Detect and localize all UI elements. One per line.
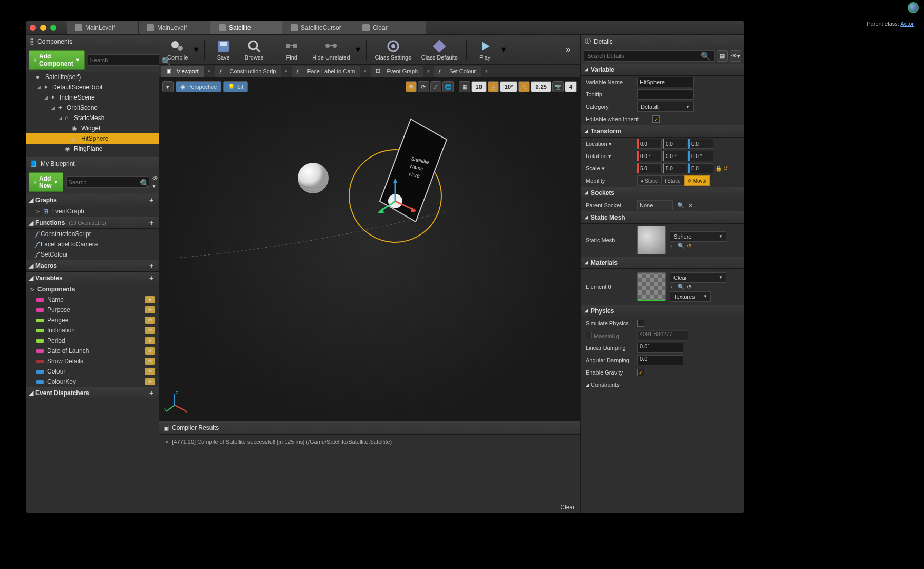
components-search-input[interactable] [90,57,161,63]
snap-angle-button[interactable]: △ [488,81,499,92]
visibility-toggle[interactable]: 👁 [145,368,155,375]
camera-speed-value[interactable]: 4 [565,81,577,92]
material-asset-combo[interactable]: Clear▼ [670,272,726,283]
play-button[interactable]: Play▼ [471,38,508,62]
material-thumbnail[interactable] [637,272,666,301]
scale-x-input[interactable]: 5.0 [637,163,662,173]
editor-tab[interactable]: ▣Viewport [161,66,204,77]
loc-z-input[interactable]: 0.0 [688,139,713,149]
textures-combo[interactable]: Textures▼ [670,291,711,302]
components-panel-header[interactable]: ⣿ Components [26,35,159,48]
snap-angle-value[interactable]: 10° [500,81,518,92]
save-button[interactable]: Save [209,38,238,62]
scale-tool-button[interactable]: ⤢ [430,81,441,92]
coord-button[interactable]: 🌐 [442,81,454,92]
reset-asset-icon[interactable]: ↺ [687,284,691,290]
viewport[interactable]: ▾ ◉Perspective 💡Lit ✥ ⟳ ⤢ 🌐 ▦ 10 △ 10° ⤡… [159,78,580,421]
mobility-movable-button[interactable]: ✥ Moval [684,175,710,186]
snap-scale-value[interactable]: 0.25 [531,81,551,92]
browse-button[interactable]: Browse [240,38,268,62]
use-selected-icon[interactable]: ← [670,284,676,290]
mobility-stationary-button[interactable]: ⁞ Statio [661,175,684,186]
details-eye-button[interactable]: 👁▾ [730,50,741,62]
component-tree-node[interactable]: ⌂HitSphere [26,133,159,144]
variables-section[interactable]: ◢Variables+ [26,272,159,284]
visibility-toggle[interactable]: 👁 [145,317,155,324]
lock-icon[interactable]: 🔒 [715,165,722,172]
add-component-button[interactable]: +Add Component▼ [29,50,85,70]
move-tool-button[interactable]: ✥ [406,81,417,92]
components-search[interactable]: 🔍 [88,54,171,66]
perspective-button[interactable]: ◉Perspective [176,81,221,92]
visibility-toggle[interactable]: 👁 [145,347,155,355]
document-tab[interactable]: Clear [354,21,426,34]
visibility-toggle[interactable]: 👁 [145,358,155,365]
mobility-static-button[interactable]: ● Static [637,175,661,186]
reset-icon[interactable]: ↺ [723,165,728,172]
component-tree-node[interactable]: ◢⌂StaticMesh [26,113,159,123]
camera-speed-button[interactable]: 📷 [552,81,564,92]
rot-x-input[interactable]: 0.0 ° [637,151,662,161]
class-settings-button[interactable]: Class Settings [371,38,415,62]
document-tab[interactable]: MainLevel* [67,21,139,34]
variable-item[interactable]: Period👁 [26,336,159,346]
tab-chevron-icon[interactable]: ▾ [424,69,433,74]
snap-scale-button[interactable]: ⤡ [518,81,530,92]
parent-socket-field[interactable]: None [637,200,673,210]
rotate-tool-button[interactable]: ⟳ [418,81,429,92]
mesh-asset-combo[interactable]: Sphere▼ [670,231,726,242]
variable-item[interactable]: Name👁 [26,295,159,305]
tab-chevron-icon[interactable]: ▾ [361,69,370,74]
document-tab[interactable]: MainLevel* [139,21,210,34]
hide-unrelated-button[interactable]: Hide Unrelated▼ [308,38,362,62]
editor-tab[interactable]: 𝑓Set Colour [434,66,481,77]
clear-button[interactable]: Clear [560,504,575,511]
visibility-toggle[interactable]: 👁 [145,378,155,385]
enable-gravity-checkbox[interactable]: ✓ [637,369,644,376]
cat-variable[interactable]: Variable [581,64,744,76]
class-defaults-button[interactable]: Class Defaults [417,38,462,62]
tooltip-input[interactable] [637,89,694,100]
snap-grid-value[interactable]: 10 [471,81,487,92]
search-icon[interactable]: 🔍 [677,202,684,209]
visibility-toggle[interactable]: 👁 [145,296,155,303]
cat-sockets[interactable]: Sockets [581,187,744,199]
add-function-button[interactable]: + [147,218,156,227]
component-tree-node[interactable]: ●Satellite(self) [26,72,159,82]
angular-damping-input[interactable]: 0.0 [637,355,683,365]
component-tree-node[interactable]: ◢✦InclineScene [26,92,159,103]
document-tab[interactable]: Satellite [210,21,282,34]
variable-item[interactable]: Inclination👁 [26,325,159,336]
minimize-icon[interactable] [40,25,46,31]
myblueprint-search[interactable]: 🔍 [66,176,149,188]
component-tree-node[interactable]: ◉RingPlane [26,144,159,154]
cat-physics[interactable]: Physics [581,305,744,317]
visibility-toggle[interactable]: 👁 [145,337,155,344]
editor-tab[interactable]: ⊞Event Graph [371,66,423,77]
graph-item[interactable]: ▷⊞EventGraph [26,206,159,217]
component-tree-node[interactable]: ◉Widget [26,123,159,133]
editable-checkbox[interactable]: ✓ [652,115,660,123]
compiler-results-header[interactable]: ▣Compiler Results [159,421,580,435]
rot-y-input[interactable]: 0.0 ° [663,151,687,161]
category-combo[interactable]: Default▼ [637,102,694,112]
dispatchers-section[interactable]: ◢Event Dispatchers+ [26,387,159,399]
add-macro-button[interactable]: + [147,261,156,270]
reset-asset-icon[interactable]: ↺ [687,243,691,249]
myblueprint-panel-header[interactable]: 📘 My Blueprint [26,157,159,170]
close-icon[interactable] [30,25,36,31]
variable-item[interactable]: Colour👁 [26,366,159,377]
clear-icon[interactable]: ✕ [688,202,693,209]
tab-chevron-icon[interactable]: ▾ [482,69,491,74]
details-header[interactable]: ⓘDetails [581,35,744,48]
find-button[interactable]: Find [277,38,306,62]
eye-icon[interactable]: 👁 ▾ [152,175,159,189]
function-item[interactable]: 𝑓SetColour [26,249,159,260]
toolbar-overflow-button[interactable]: » [561,44,576,55]
editor-tab[interactable]: 𝑓Face Label to Cam [292,66,360,77]
details-search[interactable]: 🔍 [584,50,715,62]
cat-staticmesh[interactable]: Static Mesh [581,211,744,224]
visibility-toggle[interactable]: 👁 [145,306,155,313]
loc-y-input[interactable]: 0.0 [663,139,687,149]
lit-button[interactable]: 💡Lit [223,81,248,92]
